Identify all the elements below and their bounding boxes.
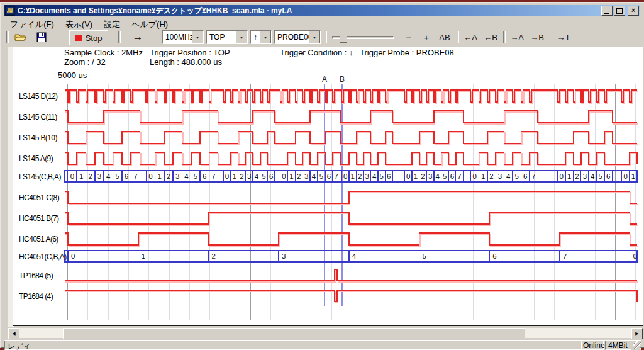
sample-clock-info: Sample Clock : 2MHz	[64, 48, 143, 57]
channel-label: LS145 A(9)	[19, 154, 53, 163]
toolbar-separator	[325, 31, 327, 43]
open-folder-icon	[14, 32, 26, 42]
menu-help[interactable]: ヘルプ(H)	[126, 18, 173, 28]
channel-label: HC4051 C(8)	[19, 193, 59, 202]
stop-icon	[75, 35, 82, 41]
menu-settings[interactable]: 設定	[99, 18, 125, 28]
zoom-info: Zoom : / 32	[64, 57, 106, 67]
channel-label: TP1684 (5)	[19, 271, 53, 280]
scroll-right-button[interactable]: ▶	[631, 328, 643, 339]
minimize-button[interactable]	[601, 6, 613, 16]
resize-grip[interactable]	[633, 341, 641, 349]
goto-cursor-b-left-button[interactable]: ←B	[482, 30, 499, 44]
status-online: Online	[580, 341, 604, 350]
zoom-slider-thumb[interactable]	[340, 31, 347, 43]
stop-button[interactable]: Stop	[69, 30, 108, 45]
trigger-probe-combo[interactable]: PROBE00 ▼	[274, 30, 321, 44]
zoom-ab-button[interactable]: AB	[436, 30, 453, 44]
window-title: C:¥Documents and Settings¥noname¥デスクトップ¥…	[18, 6, 601, 16]
goto-cursor-a-left-button[interactable]: ←A	[462, 30, 479, 44]
toolbar: Stop → 100MHz ▼ TOP ▼ ↑ ▼ PROBE00 ▼	[4, 29, 640, 45]
channel-label: TP1684 (4)	[19, 292, 53, 301]
channel-label: LS145 D(12)	[19, 92, 57, 101]
goto-cursor-a-right-button[interactable]: →A	[508, 30, 526, 44]
chevron-down-icon[interactable]: ▼	[309, 31, 320, 43]
trigger-edge-combo[interactable]: ↑ ▼	[250, 30, 272, 44]
sample-clock-combo[interactable]: 100MHz ▼	[162, 30, 204, 44]
chevron-down-icon[interactable]: ▼	[236, 31, 247, 43]
app-window: C:¥Documents and Settings¥noname¥デスクトップ¥…	[0, 0, 644, 350]
trigger-condition-info: Trigger Condition : ↓	[280, 48, 353, 57]
chevron-down-icon[interactable]: ▼	[260, 31, 271, 43]
channel-label: LS145 C(11)	[19, 113, 57, 121]
channel-label: HC4051 A(6)	[19, 235, 58, 244]
title-bar[interactable]: C:¥Documents and Settings¥noname¥デスクトップ¥…	[4, 5, 640, 16]
channel-label: LS145(C,B,A)	[19, 172, 61, 181]
close-button[interactable]: ×	[628, 6, 639, 16]
status-memory: 4MBit	[605, 341, 631, 350]
toolbar-separator	[62, 31, 64, 43]
channel-label: HC4051(C,B,A)	[19, 252, 67, 261]
trigger-position-info: Trigger Position : TOP	[150, 48, 230, 57]
floppy-icon	[36, 32, 47, 42]
plot-area	[13, 47, 643, 326]
goto-trigger-button[interactable]: →T	[555, 30, 572, 44]
status-bar: レディ Online 4MBit	[4, 340, 641, 350]
app-icon	[5, 6, 15, 16]
goto-cursor-b-right-button[interactable]: →B	[528, 30, 546, 44]
toolbar-separator	[457, 31, 459, 43]
ruler-label: 5000 us	[58, 71, 87, 80]
menu-bar: ファイル(F) 表示(V) 設定 ヘルプ(H)	[5, 18, 173, 28]
length-info: Length : 488.000 us	[150, 57, 222, 67]
horizontal-scrollbar[interactable]: ◀ ▶	[8, 328, 643, 338]
scrollbar-thumb[interactable]	[63, 328, 525, 339]
toolbar-separator	[118, 31, 121, 43]
channel-label: HC4051 B(7)	[19, 214, 58, 223]
channel-label: LS145 B(10)	[19, 133, 57, 142]
run-button[interactable]: →	[127, 30, 148, 44]
scroll-left-button[interactable]: ◀	[8, 328, 19, 339]
save-button[interactable]	[33, 30, 50, 44]
zoom-out-button[interactable]: −	[401, 30, 416, 44]
status-ready: レディ	[4, 341, 582, 350]
menu-view[interactable]: 表示(V)	[60, 18, 97, 28]
toolbar-gripper	[6, 31, 9, 43]
toolbar-separator	[503, 31, 506, 43]
toolbar-separator	[155, 31, 157, 43]
chevron-down-icon[interactable]: ▼	[192, 31, 203, 43]
window-frame: C:¥Documents and Settings¥noname¥デスクトップ¥…	[0, 2, 644, 348]
trigger-position-combo[interactable]: TOP ▼	[206, 30, 248, 44]
maximize-button[interactable]	[614, 6, 625, 16]
toolbar-separator	[550, 31, 552, 43]
trigger-probe-info: Trigger Probe : PROBE08	[360, 48, 454, 57]
waveform-client-area	[8, 47, 643, 326]
zoom-in-button[interactable]: +	[419, 30, 434, 44]
open-button[interactable]	[11, 30, 29, 44]
menu-file[interactable]: ファイル(F)	[5, 18, 59, 28]
